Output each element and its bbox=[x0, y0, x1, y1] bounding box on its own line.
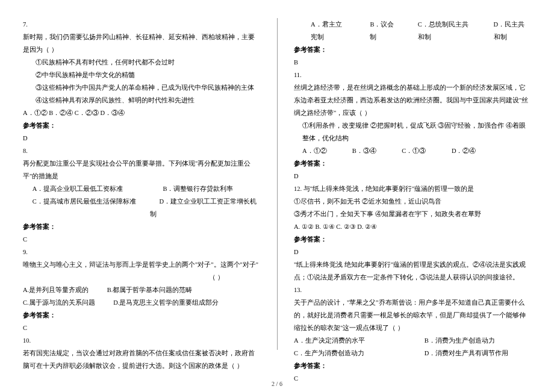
q13-stem: 关于产品的设计，"苹果之父"乔布斯曾说：用户多半是不知道自己真正需要什么的，就好… bbox=[294, 296, 531, 334]
q7-sub2: ②中华民族精神是中华文化的精髓 bbox=[23, 69, 260, 81]
q11-number: 11. bbox=[294, 69, 531, 81]
q13-optB: B．消费为生产创造动力 bbox=[425, 334, 495, 347]
q12-sub12: ①尽信书，则不如无书 ②近水知鱼性，近山识鸟音 bbox=[294, 195, 531, 208]
q7-sub1: ①民族精神不具有时代性，任何时代都不会过时 bbox=[23, 56, 260, 69]
q10-optB: B．议会制 bbox=[370, 18, 396, 43]
q10-answer: B bbox=[294, 56, 531, 69]
q11-optD: D．②④ bbox=[452, 145, 500, 157]
q8-optA: A．提高企业职工最低工资标准 bbox=[23, 182, 154, 195]
q9-stem: 唯物主义与唯心主义，辩证法与形而上学是哲学史上的两个"对子"。这两个"对子" bbox=[23, 258, 260, 271]
q13-number: 13. bbox=[294, 284, 531, 296]
q8-optC: C．提高城市居民最低生活保障标准 bbox=[23, 195, 150, 220]
q11-subs: ①利用条件，改变规律 ②把握时机，促成飞跃 ③固守经验，加强合作 ④着眼整体，优… bbox=[294, 119, 531, 145]
q8-number: 8. bbox=[23, 145, 260, 157]
q10-number: 10. bbox=[23, 334, 260, 347]
q12-answer-label: 参考答案： bbox=[294, 236, 327, 243]
page-container: 7. 新时期，我们仍需要弘扬井冈山精神、长征精神、延安精神、西柏坡精神，主要是因… bbox=[0, 18, 554, 356]
q7-sub4: ④这些精神具有浓厚的民族性、鲜明的时代性和先进性 bbox=[23, 94, 260, 107]
q8-optD: D．建立企业职工工资正常增长机制 bbox=[150, 195, 260, 220]
q9-optC: C.属于源与流的关系问题 bbox=[23, 296, 95, 309]
q9-answer-label: 参考答案： bbox=[23, 312, 56, 319]
q10-stem: 若有国宪法规定，当议会通过对政府首脑的不信任案或信任案被否决时，政府首脑可在十天… bbox=[23, 347, 260, 372]
q13-optA: A．生产决定消费的水平 bbox=[294, 334, 425, 347]
q7-number: 7. bbox=[23, 18, 260, 31]
q9-options-row1: A.是并列且等量齐观的 B.都属于哲学基本问题的范畴 bbox=[23, 284, 260, 296]
q8-options-row1: A．提高企业职工最低工资标准 B．调整银行存贷款利率 bbox=[23, 182, 260, 195]
q11-optC: C．①③ bbox=[402, 145, 450, 157]
q9-options-row2: C.属于源与流的关系问题 D.是马克思主义哲学的重要组成部分 bbox=[23, 296, 260, 309]
q12-explanation: "纸上得来终觉浅 绝知此事要躬行"蕴涵的哲理是实践的观点。②④说法是实践观点；①… bbox=[294, 258, 531, 284]
q7-sub3: ③这些精神作为中国共产党人的革命精神，已成为现代中华民族精神的主体 bbox=[23, 81, 260, 94]
q11-optB: B．③④ bbox=[352, 145, 400, 157]
q8-answer-label: 参考答案： bbox=[23, 223, 56, 230]
q9-answer: C bbox=[23, 322, 260, 334]
q10-optA: A．君主立宪制 bbox=[311, 18, 348, 43]
left-column: 7. 新时期，我们仍需要弘扬井冈山精神、长征精神、延安精神、西柏坡精神，主要是因… bbox=[0, 18, 277, 356]
q7-stem: 新时期，我们仍需要弘扬井冈山精神、长征精神、延安精神、西柏坡精神，主要是因为（ … bbox=[23, 31, 260, 56]
q12-sub34: ③秀才不出门，全知天下事 ④知屋漏者在宇下，知政失者在草野 bbox=[294, 208, 531, 220]
q11-options: A．①② B．③④ C．①③ D．②④ bbox=[294, 145, 531, 157]
q11-stem: 丝绸之路经济带，是在丝绸之路概念的基础上形成的一个新的经济发展区域，它东边牵着亚… bbox=[294, 81, 531, 119]
q11-answer: D bbox=[294, 170, 531, 182]
q13-options-row1: A．生产决定消费的水平 B．消费为生产创造动力 bbox=[294, 334, 531, 347]
q9-blank: （ ） bbox=[23, 271, 260, 284]
q10-optC: C．总统制民主共和制 bbox=[418, 18, 472, 43]
q7-options: A．①② B．②④ C．②③ D．③④ bbox=[23, 107, 260, 119]
q8-optB: B．调整银行存贷款利率 bbox=[154, 182, 234, 195]
column-divider bbox=[277, 18, 278, 350]
q10-options: A．君主立宪制 B．议会制 C．总统制民主共和制 D．民主共和制 bbox=[294, 18, 531, 43]
q12-stem: 12. 与"纸上得来终觉浅，绝知此事要躬行"蕴涵的哲理一致的是 bbox=[294, 182, 531, 195]
q7-answer-label: 参考答案： bbox=[23, 122, 56, 129]
q12-answer: D bbox=[294, 246, 531, 258]
page-footer: 2 / 6 bbox=[0, 381, 554, 387]
q10-optD: D．民主共和制 bbox=[494, 18, 531, 43]
q11-answer-label: 参考答案： bbox=[294, 160, 327, 167]
q10-answer-label: 参考答案： bbox=[294, 46, 327, 53]
right-column: A．君主立宪制 B．议会制 C．总统制民主共和制 D．民主共和制 参考答案： B… bbox=[277, 18, 554, 356]
q12-options: A. ①② B. ①④ C. ②③ D. ②④ bbox=[294, 220, 531, 233]
q13-optD: D．消费对生产具有调节作用 bbox=[425, 347, 509, 359]
q8-stem: 再分配更加注重公平是实现社会公平的重要举措。下列体现"再分配更加注重公平"的措施… bbox=[23, 157, 260, 182]
q8-options-row2: C．提高城市居民最低生活保障标准 D．建立企业职工工资正常增长机制 bbox=[23, 195, 260, 220]
q13-options-row2: C．生产为消费创造动力 D．消费对生产具有调节作用 bbox=[294, 347, 531, 359]
q7-answer: D bbox=[23, 132, 260, 145]
q9-optD: D.是马克思主义哲学的重要组成部分 bbox=[113, 296, 219, 309]
q13-optC: C．生产为消费创造动力 bbox=[294, 347, 425, 359]
q9-number: 9. bbox=[23, 246, 260, 258]
q9-optA: A.是并列且等量齐观的 bbox=[23, 284, 89, 296]
q8-answer: C bbox=[23, 233, 260, 246]
q13-answer-label: 参考答案： bbox=[294, 362, 327, 369]
q9-optB: B.都属于哲学基本问题的范畴 bbox=[107, 284, 193, 296]
q11-optA: A．①② bbox=[302, 145, 350, 157]
